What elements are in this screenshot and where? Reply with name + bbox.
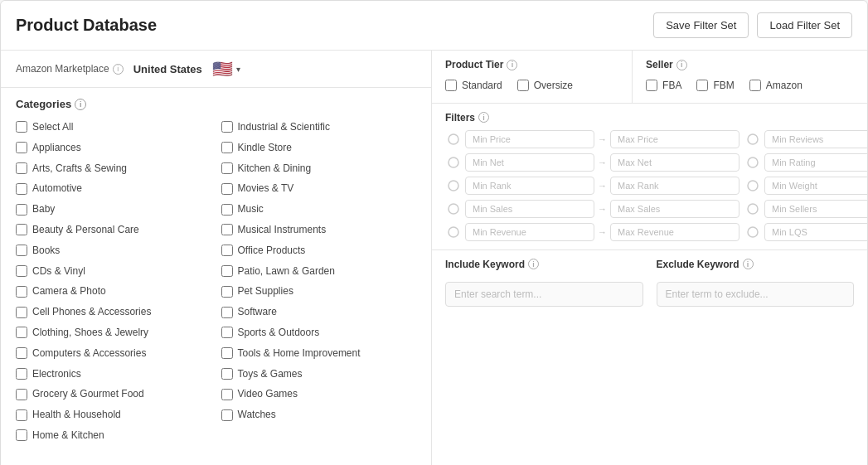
- filter-min-input[interactable]: [764, 177, 867, 195]
- include-keyword-input[interactable]: [445, 282, 643, 307]
- category-checkbox[interactable]: [221, 245, 233, 256]
- product-tier-info-icon[interactable]: i: [507, 60, 517, 70]
- filter-min-input[interactable]: [764, 130, 867, 148]
- filter-max-input[interactable]: [610, 223, 739, 241]
- category-checkbox[interactable]: [16, 162, 27, 174]
- list-item[interactable]: Automotive: [16, 180, 211, 197]
- category-checkbox[interactable]: [16, 327, 27, 338]
- category-checkbox[interactable]: [16, 265, 27, 277]
- list-item[interactable]: Sports & Outdoors: [221, 324, 417, 341]
- seller-option[interactable]: FBA: [646, 77, 681, 94]
- filter-max-input[interactable]: [610, 200, 739, 218]
- category-checkbox[interactable]: [221, 286, 233, 298]
- list-item[interactable]: Grocery & Gourmet Food: [16, 385, 211, 403]
- marketplace-info-icon[interactable]: i: [113, 64, 124, 75]
- list-item[interactable]: Appliances: [16, 139, 211, 157]
- category-checkbox[interactable]: [16, 204, 27, 216]
- filter-max-input[interactable]: [610, 153, 739, 172]
- list-item[interactable]: Select All: [16, 119, 211, 136]
- category-checkbox[interactable]: [16, 183, 27, 195]
- categories-info-icon[interactable]: i: [75, 99, 86, 110]
- list-item[interactable]: CDs & Vinyl: [16, 263, 211, 280]
- load-filter-set-button[interactable]: Load Filter Set: [757, 12, 852, 38]
- filter-min-input[interactable]: [465, 153, 594, 172]
- category-checkbox[interactable]: [16, 307, 27, 318]
- list-item[interactable]: Electronics: [16, 366, 211, 383]
- category-checkbox[interactable]: [221, 121, 233, 133]
- filter-max-input[interactable]: [610, 130, 739, 148]
- filter-min-input[interactable]: [764, 223, 867, 241]
- seller-option[interactable]: FBM: [696, 77, 734, 94]
- seller-option[interactable]: Amazon: [749, 77, 803, 94]
- category-checkbox[interactable]: [221, 142, 233, 153]
- category-checkbox[interactable]: [16, 286, 27, 298]
- list-item[interactable]: Patio, Lawn & Garden: [221, 263, 417, 280]
- flag-dropdown-button[interactable]: 🇺🇸 ▾: [212, 59, 240, 79]
- list-item[interactable]: Pet Supplies: [221, 283, 417, 300]
- list-item[interactable]: Books: [16, 242, 211, 259]
- seller-checkbox[interactable]: [749, 80, 761, 91]
- list-item[interactable]: Software: [221, 303, 417, 321]
- category-checkbox[interactable]: [16, 224, 27, 235]
- list-item[interactable]: Home & Kitchen: [16, 427, 211, 444]
- tier-checkbox[interactable]: [445, 80, 457, 91]
- tier-checkbox[interactable]: [517, 80, 529, 91]
- list-item[interactable]: Health & Household: [16, 406, 211, 424]
- category-checkbox[interactable]: [221, 389, 233, 400]
- list-item[interactable]: Cell Phones & Accessories: [16, 303, 211, 321]
- exclude-keyword-info-icon[interactable]: i: [743, 259, 754, 269]
- list-item[interactable]: Camera & Photo: [16, 283, 211, 300]
- list-item[interactable]: Musical Instruments: [221, 221, 417, 239]
- category-checkbox[interactable]: [221, 204, 233, 216]
- include-keyword-info-icon[interactable]: i: [528, 259, 539, 269]
- list-item[interactable]: Kitchen & Dining: [221, 160, 417, 177]
- filter-min-input[interactable]: [465, 200, 594, 218]
- list-item[interactable]: Movies & TV: [221, 180, 417, 197]
- category-checkbox[interactable]: [221, 368, 233, 380]
- seller-info-icon[interactable]: i: [676, 60, 687, 70]
- list-item[interactable]: Computers & Accessories: [16, 345, 211, 362]
- category-checkbox[interactable]: [221, 162, 233, 174]
- category-checkbox[interactable]: [221, 327, 233, 338]
- seller-checkbox[interactable]: [646, 80, 657, 91]
- category-checkbox[interactable]: [16, 429, 27, 441]
- seller-checkbox[interactable]: [696, 80, 708, 91]
- list-item[interactable]: Industrial & Scientific: [221, 119, 417, 136]
- list-item[interactable]: Watches: [221, 406, 417, 424]
- category-checkbox[interactable]: [221, 224, 233, 235]
- filter-min-input[interactable]: [465, 130, 594, 148]
- filter-min-input[interactable]: [764, 153, 867, 172]
- tier-option[interactable]: Oversize: [517, 77, 573, 94]
- list-item[interactable]: Clothing, Shoes & Jewelry: [16, 324, 211, 341]
- category-checkbox[interactable]: [16, 368, 27, 380]
- save-filter-set-button[interactable]: Save Filter Set: [653, 12, 749, 38]
- list-item[interactable]: Office Products: [221, 242, 417, 259]
- list-item[interactable]: Baby: [16, 201, 211, 218]
- category-checkbox[interactable]: [221, 183, 233, 195]
- filter-min-input[interactable]: [764, 200, 867, 218]
- tier-option[interactable]: Standard: [445, 77, 502, 94]
- filter-max-input[interactable]: [610, 177, 739, 195]
- category-checkbox[interactable]: [16, 409, 27, 421]
- category-checkbox[interactable]: [16, 389, 27, 400]
- category-checkbox[interactable]: [16, 142, 27, 153]
- list-item[interactable]: Arts, Crafts & Sewing: [16, 160, 211, 177]
- list-item[interactable]: Music: [221, 201, 417, 218]
- category-checkbox[interactable]: [221, 347, 233, 359]
- category-checkbox[interactable]: [16, 121, 27, 133]
- list-item[interactable]: Toys & Games: [221, 366, 417, 383]
- exclude-keyword-input[interactable]: [657, 282, 855, 307]
- list-item[interactable]: Kindle Store: [221, 139, 417, 157]
- category-checkbox[interactable]: [16, 347, 27, 359]
- list-item[interactable]: Tools & Home Improvement: [221, 345, 417, 362]
- category-checkbox[interactable]: [221, 265, 233, 277]
- filter-min-input[interactable]: [465, 177, 594, 195]
- list-item[interactable]: Beauty & Personal Care: [16, 221, 211, 239]
- category-checkbox[interactable]: [221, 307, 233, 318]
- category-checkbox[interactable]: [16, 245, 27, 256]
- tier-label: Standard: [462, 79, 502, 93]
- category-checkbox[interactable]: [221, 409, 233, 421]
- filters-info-icon[interactable]: i: [478, 112, 489, 123]
- list-item[interactable]: Video Games: [221, 385, 417, 403]
- filter-min-input[interactable]: [465, 223, 594, 241]
